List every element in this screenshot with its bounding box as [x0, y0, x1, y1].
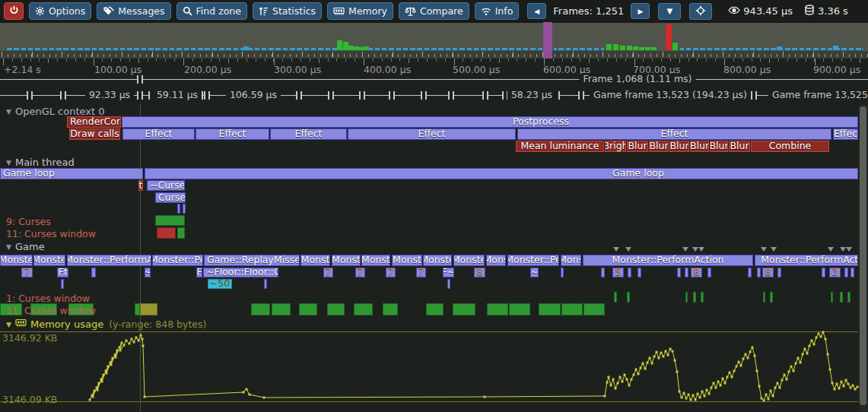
message-marker-icon[interactable] [613, 247, 619, 252]
zone-bar[interactable]: Effect [196, 128, 269, 140]
zone-bar[interactable] [677, 268, 681, 277]
plot-bar[interactable] [847, 292, 851, 303]
plot-bar[interactable] [135, 303, 140, 315]
toolbar-button-messages[interactable]: Messages [97, 2, 170, 20]
plot-bar[interactable] [426, 303, 444, 315]
frame-separator[interactable] [448, 91, 454, 100]
scrollbar-thumb[interactable] [860, 106, 866, 405]
zone-bar[interactable]: ~50 [208, 279, 232, 289]
zone-bar[interactable]: ~Floor::Floor::Calc [203, 268, 278, 277]
zone-bar[interactable] [851, 268, 854, 277]
zone-bar[interactable]: Monster::PerformAction [583, 255, 753, 266]
message-marker-icon[interactable] [840, 247, 846, 252]
collapse-icon[interactable]: ▼ [6, 243, 11, 251]
frame-separator[interactable] [421, 91, 427, 100]
zone-bar[interactable] [748, 268, 752, 277]
plot-bar[interactable] [251, 303, 270, 315]
frame-bar-green[interactable] [633, 46, 638, 50]
message-marker-icon[interactable] [771, 247, 777, 252]
zone-bar[interactable]: Effect [348, 128, 516, 140]
frame-separator[interactable] [60, 91, 66, 100]
frame-label[interactable]: 59.11 µs [153, 90, 202, 100]
zone-bar[interactable]: t [138, 180, 143, 191]
frame-separator[interactable] [359, 91, 365, 100]
frame-separator[interactable] [137, 91, 143, 100]
collapse-icon[interactable]: ▼ [6, 321, 11, 328]
zone-bar[interactable] [601, 268, 605, 277]
zone-bar[interactable]: Ff [57, 268, 68, 277]
zone-bar[interactable] [822, 268, 825, 277]
zone-bar[interactable]: 7 [355, 268, 365, 277]
zone-bar[interactable]: Mons [486, 255, 506, 266]
frame-bar-green[interactable] [613, 44, 618, 50]
zone-bar[interactable]: Combine [751, 141, 829, 152]
memory-section-header[interactable]: ▼ Memory usage (y-range: 848 bytes) [6, 319, 206, 330]
plot-bar[interactable] [693, 292, 696, 303]
frame-bar-green[interactable] [645, 47, 650, 50]
toolbar-button-compare[interactable]: Compare [399, 2, 469, 20]
frame-bar-green[interactable] [639, 47, 644, 50]
zone-bar[interactable]: 7 [21, 268, 33, 277]
zone-bar[interactable]: Blur [729, 141, 750, 152]
frame-separator[interactable] [578, 91, 584, 100]
plot-bar[interactable] [701, 292, 704, 303]
frame-separator[interactable] [204, 91, 210, 100]
frame-bar-green[interactable] [364, 46, 369, 50]
zone-bar[interactable]: Monst [300, 255, 330, 266]
plot-bar[interactable] [140, 303, 157, 315]
message-marker-icon[interactable] [846, 247, 852, 252]
zone-bar[interactable] [757, 268, 761, 277]
zone-bar[interactable]: Monste [0, 255, 33, 266]
zone-bar[interactable]: 7 [386, 268, 396, 277]
zone-bar[interactable]: Effect [270, 128, 347, 140]
zone-bar[interactable]: ~Curses [147, 180, 185, 191]
zone-bar[interactable]: Postprocess [122, 116, 858, 128]
plot-bar[interactable] [685, 292, 688, 303]
zone-bar[interactable] [777, 268, 781, 277]
zone-bar[interactable]: RenderCont [67, 116, 121, 128]
zone-bar[interactable]: Game::ReplayMissedM [204, 255, 300, 266]
plot-label-9-curses[interactable]: 9: Curses [6, 216, 51, 227]
toolbar-button-memory[interactable]: Memory [327, 2, 393, 20]
frame-label[interactable]: 106.59 µs [226, 90, 281, 100]
zone-bar[interactable]: ~ [145, 268, 151, 277]
collapse-icon[interactable]: ▼ [6, 159, 11, 166]
zone-bar[interactable]: Curses [155, 192, 186, 203]
plot-bar[interactable] [299, 303, 317, 315]
zone-bar[interactable]: 7 [323, 268, 333, 277]
zone-bar[interactable] [264, 279, 267, 289]
plot-bar[interactable] [614, 292, 617, 303]
toolbar-button-options[interactable]: Options [29, 2, 91, 20]
zone-bar[interactable] [561, 268, 564, 277]
frame-separator[interactable] [328, 91, 334, 100]
plot-label-1-curses-window[interactable]: 1: Curses window [6, 293, 90, 304]
view-region-band[interactable] [543, 22, 552, 59]
zone-bar[interactable]: Monst [332, 255, 361, 266]
zone-bar[interactable]: Monst [392, 255, 422, 266]
frame-separator[interactable] [482, 91, 488, 100]
zone-bar[interactable]: Effec [833, 128, 858, 140]
zone-bar[interactable] [685, 268, 688, 277]
message-marker-icon[interactable] [682, 247, 688, 252]
zone-bar[interactable]: Blur [690, 141, 709, 152]
frame-bar-green[interactable] [348, 46, 354, 50]
thread-header-game[interactable]: ▼ Game [6, 241, 45, 252]
zone-bar[interactable]: Mons [561, 255, 581, 266]
plot-bar[interactable] [453, 303, 475, 315]
zone-bar[interactable]: Blur [649, 141, 669, 152]
plot-bar[interactable] [627, 292, 630, 303]
zone-bar[interactable]: F [196, 268, 202, 277]
zone-bar[interactable]: Game loop [0, 168, 143, 179]
frame-overview[interactable] [0, 22, 868, 59]
frame-separator[interactable] [389, 91, 395, 100]
zone-bar[interactable]: Blur [669, 141, 689, 152]
plot-bar[interactable] [157, 227, 176, 239]
zone-bar[interactable]: Monste [33, 255, 65, 266]
zone-bar[interactable]: Blur [710, 141, 728, 152]
message-marker-icon[interactable] [625, 247, 631, 252]
zone-bar[interactable]: ~ [530, 268, 539, 277]
frame-separator[interactable] [751, 91, 757, 100]
frame-bar-green[interactable] [337, 40, 342, 50]
goto-frame-button[interactable] [689, 3, 712, 20]
frame-dropdown-button[interactable]: ▼ [658, 3, 681, 20]
